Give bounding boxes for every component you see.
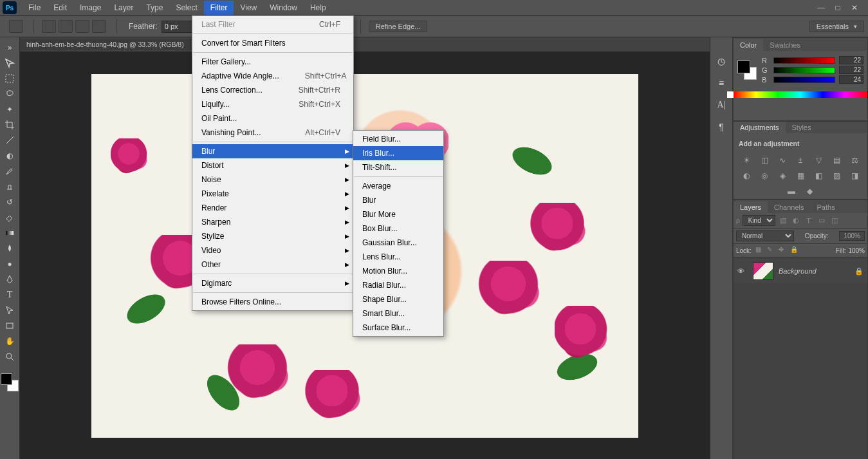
green-value-input[interactable] (839, 66, 863, 74)
red-value-input[interactable] (839, 56, 863, 64)
window-minimize-icon[interactable]: — (813, 2, 829, 14)
layer-thumbnail[interactable] (753, 262, 773, 280)
filter-liquify[interactable]: Liquify... Shift+Ctrl+X (192, 97, 353, 111)
selection-subtract-icon[interactable] (75, 20, 89, 33)
levels-icon[interactable]: ◫ (757, 155, 771, 166)
black-white-icon[interactable]: ◐ (739, 170, 753, 182)
fill-value[interactable]: 100% (848, 247, 865, 254)
menu-window[interactable]: Window (263, 1, 304, 15)
rectangle-tool-icon[interactable] (2, 319, 17, 333)
filter-oil-paint[interactable]: Oil Paint... (192, 111, 353, 126)
filter-adaptive-wide-angle[interactable]: Adaptive Wide Angle... Shift+Ctrl+A (192, 69, 353, 83)
marquee-tool-icon[interactable] (2, 71, 17, 86)
styles-tab[interactable]: Styles (786, 122, 818, 133)
vibrance-icon[interactable]: ▽ (811, 155, 826, 166)
menu-view[interactable]: View (234, 1, 263, 15)
selection-add-icon[interactable] (59, 20, 73, 33)
filter-vanishing-point[interactable]: Vanishing Point... Alt+Ctrl+V (192, 126, 353, 140)
green-slider[interactable] (773, 67, 835, 73)
layer-visibility-icon[interactable]: 👁 (737, 267, 748, 275)
character-panel-icon[interactable]: A| (714, 98, 728, 112)
hue-saturation-icon[interactable]: ▤ (829, 155, 844, 166)
color-panel-swatches[interactable] (737, 61, 757, 80)
color-balance-icon[interactable]: ⚖ (847, 155, 862, 166)
filter-blur-submenu[interactable]: Blur▶ (192, 144, 353, 158)
filter-filter-gallery[interactable]: Filter Gallery... (192, 55, 353, 69)
tool-preset-icon[interactable] (9, 20, 23, 33)
move-tool-icon[interactable] (2, 56, 17, 70)
invert-icon[interactable]: ◧ (811, 170, 826, 182)
paragraph-panel-icon[interactable]: ¶ (714, 120, 728, 134)
menu-filter[interactable]: Filter (204, 1, 234, 15)
blur-average[interactable]: Average (353, 179, 443, 193)
filter-video-submenu[interactable]: Video▶ (192, 243, 353, 258)
blur-smart-blur[interactable]: Smart Blur... (353, 306, 443, 321)
filter-pixelate-submenu[interactable]: Pixelate▶ (192, 187, 353, 201)
filter-convert-smart[interactable]: Convert for Smart Filters (192, 36, 353, 50)
eraser-tool-icon[interactable] (2, 211, 17, 225)
paths-tab[interactable]: Paths (811, 201, 842, 213)
menu-layer[interactable]: Layer (107, 1, 140, 15)
blur-radial-blur[interactable]: Radial Blur... (353, 278, 443, 292)
eyedropper-tool-icon[interactable] (2, 133, 17, 147)
posterize-icon[interactable]: ▨ (829, 170, 844, 182)
filter-type-icon[interactable]: T (804, 216, 814, 225)
foreground-color-swatch[interactable] (1, 373, 12, 385)
blur-shape-blur[interactable]: Shape Blur... (353, 292, 443, 306)
blend-mode-dropdown[interactable]: Normal (736, 230, 794, 241)
filter-stylize-submenu[interactable]: Stylize▶ (192, 229, 353, 243)
blur-blur[interactable]: Blur (353, 193, 443, 207)
filter-lens-correction[interactable]: Lens Correction... Shift+Ctrl+R (192, 83, 353, 97)
workspace-dropdown[interactable]: Essentials ▾ (809, 21, 864, 32)
properties-panel-icon[interactable]: ≡ (714, 76, 728, 90)
gradient-tool-icon[interactable] (2, 226, 17, 240)
window-close-icon[interactable]: ✕ (846, 2, 863, 14)
history-panel-icon[interactable]: ◷ (714, 54, 728, 68)
menu-edit[interactable]: Edit (47, 1, 73, 15)
gradient-map-icon[interactable]: ▬ (784, 185, 799, 197)
expand-toolbox-icon[interactable]: » (2, 41, 17, 55)
blue-slider[interactable] (773, 77, 835, 83)
blur-tool-icon[interactable] (2, 241, 17, 256)
lock-all-icon[interactable]: 🔒 (790, 246, 799, 255)
window-maximize-icon[interactable]: □ (829, 2, 846, 14)
filter-pixel-icon[interactable]: ▧ (778, 216, 788, 225)
blur-surface-blur[interactable]: Surface Blur... (353, 321, 443, 335)
crop-tool-icon[interactable] (2, 118, 17, 132)
layer-name-label[interactable]: Background (779, 267, 854, 275)
selection-new-icon[interactable] (42, 20, 56, 33)
filter-other-submenu[interactable]: Other▶ (192, 258, 353, 272)
menu-help[interactable]: Help (304, 1, 333, 15)
adjustments-tab[interactable]: Adjustments (734, 122, 786, 133)
layer-row[interactable]: 👁 Background 🔒 (734, 259, 867, 283)
app-logo-icon[interactable]: Ps (3, 1, 17, 14)
opacity-value[interactable]: 100% (839, 231, 865, 241)
filter-browse-online[interactable]: Browse Filters Online... (192, 295, 353, 309)
blur-blur-more[interactable]: Blur More (353, 207, 443, 221)
lock-position-icon[interactable]: ✥ (779, 246, 788, 255)
curves-icon[interactable]: ∿ (775, 155, 790, 166)
selection-intersect-icon[interactable] (92, 20, 106, 33)
menu-type[interactable]: Type (140, 1, 169, 15)
color-spectrum[interactable] (734, 91, 867, 98)
menu-select[interactable]: Select (169, 1, 203, 15)
filter-render-submenu[interactable]: Render▶ (192, 201, 353, 215)
color-swatches[interactable] (1, 373, 19, 391)
filter-smart-icon[interactable]: ◫ (829, 216, 840, 225)
channels-tab[interactable]: Channels (768, 201, 810, 213)
blur-lens-blur[interactable]: Lens Blur... (353, 250, 443, 264)
filter-last-filter[interactable]: Last Filter Ctrl+F (192, 17, 353, 32)
color-tab[interactable]: Color (734, 39, 763, 51)
blur-motion-blur[interactable]: Motion Blur... (353, 264, 443, 278)
filter-distort-submenu[interactable]: Distort▶ (192, 158, 353, 173)
filter-adjustment-icon[interactable]: ◐ (791, 216, 801, 225)
filter-digimarc-submenu[interactable]: Digimarc▶ (192, 276, 353, 290)
dodge-tool-icon[interactable]: ● (2, 257, 17, 271)
threshold-icon[interactable]: ◨ (847, 170, 862, 182)
pen-tool-icon[interactable] (2, 272, 17, 286)
layers-tab[interactable]: Layers (734, 201, 768, 213)
blur-box-blur[interactable]: Box Blur... (353, 221, 443, 236)
document-tab[interactable]: hinh-anh-em-be-de-thuong-40.jpg @ 33.3% … (20, 39, 191, 50)
lock-pixels-icon[interactable]: ✎ (767, 246, 776, 255)
blur-iris-blur[interactable]: Iris Blur... (353, 146, 443, 160)
